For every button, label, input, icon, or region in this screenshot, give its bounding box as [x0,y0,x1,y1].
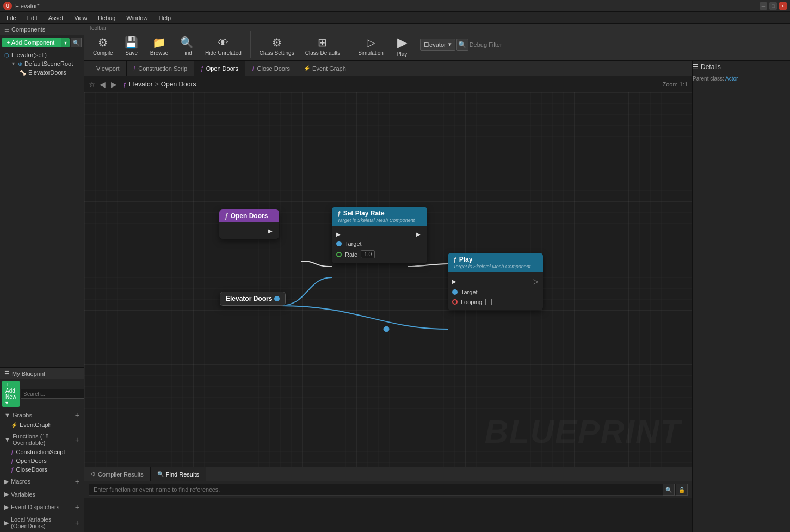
play-button[interactable]: ▶ Play [390,33,413,59]
tab-viewport[interactable]: □ Viewport [84,61,127,76]
local-variables-label[interactable]: ▶ Local Variables (OpenDoors) + [0,515,84,531]
open-doors-node[interactable]: ƒ Open Doors [219,209,279,239]
menu-edit[interactable]: Edit [25,14,40,22]
play-looping-pin[interactable] [452,299,458,305]
nav-forward-button[interactable]: ▶ [109,80,119,89]
event-graph-item[interactable]: ⚡ EventGraph [0,420,84,429]
tab-event-graph[interactable]: ⚡ Event Graph [297,61,353,76]
default-scene-root-item[interactable]: ▼ ⊕ DefaultSceneRoot [0,59,84,68]
graphs-label[interactable]: ▼ Graphs + [0,410,84,420]
add-component-button[interactable]: + Add Component [2,38,61,47]
hide-label: Hide Unrelated [205,50,242,56]
macros-label[interactable]: ▶ Macros + [0,476,84,487]
elevator-doors-node[interactable]: Elevator Doors [220,292,286,306]
open-doors-func-item[interactable]: ƒ OpenDoors [0,456,84,465]
play-node-header: ƒ Play Target is Skeletal Mesh Component [448,253,543,272]
variables-label[interactable]: ▶ Variables [0,489,84,499]
tab-open-doors[interactable]: ƒ Open Doors [194,61,245,76]
menu-window[interactable]: Window [124,14,150,22]
menu-view[interactable]: View [72,14,89,22]
menu-help[interactable]: Help [156,14,173,22]
set-play-rate-target-pin[interactable] [336,241,342,246]
open-doors-exec-row [219,226,279,236]
variables-title: Variables [11,491,35,498]
save-button[interactable]: 💾 Save [120,34,144,58]
hide-unrelated-button[interactable]: 👁 Hide Unrelated [201,34,246,58]
scene-root-icon: ⊕ [18,61,22,67]
svg-point-0 [384,326,389,332]
elevator-doors-item[interactable]: 🦴 ElevatorDoors [0,68,84,77]
debug-dropdown[interactable]: Elevator ▾ [420,39,455,51]
debug-search-button[interactable]: 🔍 [456,39,468,51]
my-blueprint-icon: ☰ [4,370,10,377]
browse-button[interactable]: 📁 Browse [146,34,172,58]
components-title: Components [11,26,45,33]
play-node[interactable]: ƒ Play Target is Skeletal Mesh Component… [448,253,543,310]
right-content: Toolbar ⚙ Compile 💾 Save 📁 Browse 🔍 Find… [84,24,790,532]
set-play-rate-rate-pin[interactable] [336,252,342,257]
my-blueprint-header[interactable]: ☰ My Blueprint [0,368,84,379]
set-play-rate-rate-value[interactable]: 1.0 [361,250,375,258]
star-button[interactable]: ☆ [89,80,96,89]
class-defaults-button[interactable]: ⊞ Class Defaults [301,34,344,58]
event-dispatchers-label[interactable]: ▶ Event Dispatchers + [0,502,84,512]
minimize-button[interactable]: ─ [760,2,767,10]
compiler-results-tab[interactable]: ⚙ Compiler Results [84,467,151,481]
set-play-rate-subtitle: Target is Skeletal Mesh Component [337,218,415,223]
component-search-button[interactable]: 🔍 [71,38,82,47]
zoom-level: Zoom 1:1 [663,81,688,88]
menu-debug[interactable]: Debug [96,14,118,22]
class-settings-button[interactable]: ⚙ Class Settings [255,34,299,58]
play-label: Play [397,51,407,57]
simulation-button[interactable]: ▷ Simulation [354,34,388,58]
menu-file[interactable]: File [4,14,18,22]
functions-label[interactable]: ▼ Functions (18 Overridable) + [0,431,84,448]
tab-construction-script[interactable]: ƒ Construction Scrip [127,61,194,76]
add-new-button[interactable]: + Add New ▾ [2,381,20,407]
find-button[interactable]: 🔍 Find [175,34,199,58]
play-exec-out-hollow[interactable]: ▷ [533,277,539,286]
find-search-icon-btn[interactable]: 🔍 [663,484,675,496]
set-play-rate-exec-out[interactable] [416,231,423,237]
class-defaults-icon: ⊞ [318,36,327,49]
functions-add-icon[interactable]: + [75,436,79,443]
compile-button[interactable]: ⚙ Compile [89,34,118,58]
graphs-add-icon[interactable]: + [75,411,79,419]
elevator-doors-out-pin[interactable] [274,296,280,301]
ed-add-icon[interactable]: + [75,503,79,511]
debug-dropdown-label: Elevator [424,41,446,48]
simulation-icon: ▷ [367,36,375,49]
elevator-self-item[interactable]: ⬡ Elevator(self) [0,51,84,59]
close-button[interactable]: × [779,2,787,10]
elevator-self-label: Elevator(self) [11,52,47,58]
play-target-pin[interactable] [452,289,458,295]
local-variables-section: ▶ Local Variables (OpenDoors) + [0,514,84,532]
nav-back-button[interactable]: ◀ [98,80,107,89]
play-exec-in[interactable] [452,278,459,284]
set-play-rate-node[interactable]: ƒ Set Play Rate Target is Skeletal Mesh … [332,207,427,263]
right-details-panel: ☰ Details Parent class: Actor [692,61,790,532]
open-doors-exec-out[interactable] [268,227,275,234]
tab-close-doors[interactable]: ƒ Close Doors [245,61,297,76]
find-references-input[interactable] [89,484,688,496]
close-doors-func-item[interactable]: ƒ CloseDoors [0,465,84,474]
menu-asset[interactable]: Asset [46,14,66,22]
blueprint-watermark: BLUEPRINT [485,413,681,450]
tab-event-graph-label: Event Graph [312,65,346,72]
find-lock-icon-btn[interactable]: 🔒 [676,484,688,496]
play-node-subtitle: Target is Skeletal Mesh Component [453,264,530,269]
find-results-tab[interactable]: 🔍 Find Results [151,467,206,481]
play-looping-checkbox[interactable] [485,299,492,305]
construction-script-item[interactable]: ƒ ConstructionScript [0,448,84,456]
macros-add-icon[interactable]: + [75,478,79,485]
browse-label: Browse [150,50,168,56]
set-play-rate-target-label: Target [345,240,362,247]
maximize-button[interactable]: □ [769,2,777,10]
title-bar: U Elevator* ─ □ × [0,0,790,12]
blueprint-canvas[interactable]: BLUEPRINT [84,92,692,467]
bp-search-input[interactable] [21,389,84,399]
add-component-dropdown[interactable]: ▾ [61,38,70,47]
macros-title: Macros [11,478,30,485]
set-play-rate-exec-in[interactable] [336,231,343,237]
lv-add-icon[interactable]: + [75,519,79,527]
